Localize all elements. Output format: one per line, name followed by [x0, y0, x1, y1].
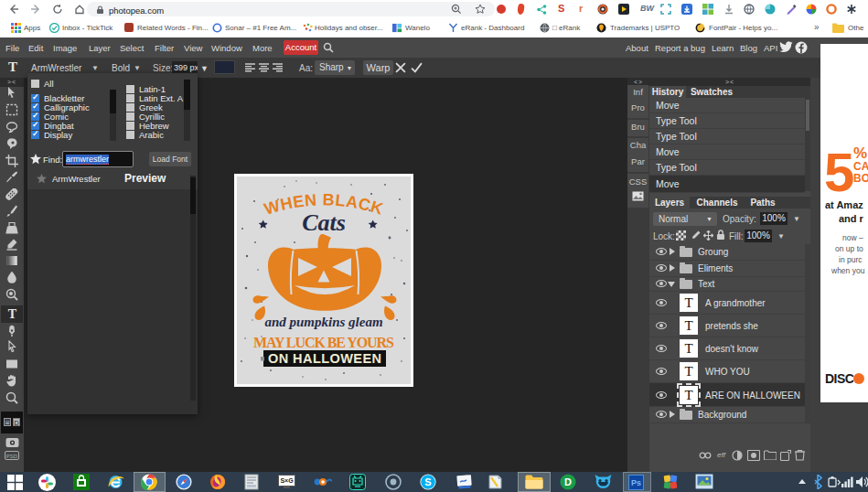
svg-text:PSD: PSD: [6, 454, 18, 459]
svg-text:and pumpkins gleam: and pumpkins gleam: [264, 315, 382, 329]
svg-text:T: T: [8, 307, 17, 321]
svg-text:Cats: Cats: [302, 209, 346, 236]
svg-text:S×G: S×G: [280, 477, 294, 484]
svg-text:MAY LUCK BE YOURS: MAY LUCK BE YOURS: [253, 335, 394, 350]
svg-text:S: S: [424, 476, 431, 487]
svg-text:ON HALLOWEEN: ON HALLOWEEN: [268, 351, 381, 366]
svg-text:D: D: [564, 476, 572, 487]
